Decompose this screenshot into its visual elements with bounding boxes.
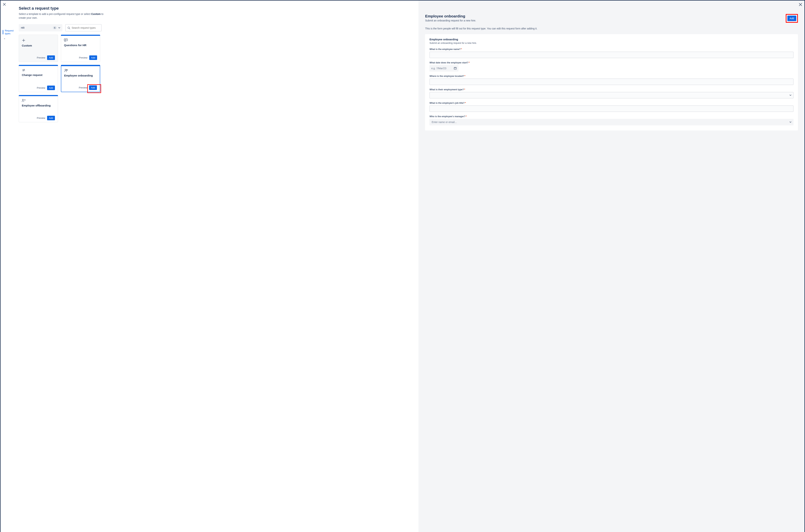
card-title: Change request — [22, 73, 55, 76]
category-count-badge: 5 — [53, 26, 57, 29]
side-tabs: Request types — [3, 29, 18, 41]
field-label-title: What is the employee's job title?* — [429, 102, 793, 104]
employment-type-select[interactable] — [429, 92, 793, 98]
subtitle-bold: Custom — [91, 13, 100, 16]
preview-button[interactable]: Preview — [37, 87, 45, 89]
preview-subtitle: Submit an onboarding request for a new h… — [425, 19, 476, 22]
add-button[interactable]: Add — [89, 55, 97, 60]
field-label-start: What date does the employee start?* — [429, 61, 793, 64]
preview-button[interactable]: Preview — [79, 86, 87, 89]
job-title-input[interactable] — [429, 106, 793, 112]
date-placeholder: e.g. 7/Mar/23 — [431, 67, 446, 70]
plus-icon — [22, 39, 55, 42]
tab-request-types[interactable]: Request types — [3, 29, 18, 35]
add-button[interactable]: Add — [47, 86, 55, 90]
card-employee-offboarding[interactable]: Employee offboarding Preview Add — [19, 95, 58, 122]
person-arrow-icon — [22, 99, 55, 102]
swap-icon — [22, 69, 55, 72]
tab-secondary[interactable] — [3, 35, 18, 41]
search-box[interactable] — [65, 24, 101, 32]
person-add-icon — [64, 69, 97, 72]
category-select[interactable]: HR 5 — [19, 24, 62, 32]
highlight-box-icon: Add — [786, 14, 798, 23]
form-subtitle: Submit an onboarding request for a new h… — [429, 42, 793, 44]
card-employee-onboarding[interactable]: Employee onboarding Preview Add — [61, 65, 100, 92]
svg-point-4 — [22, 99, 23, 100]
close-icon[interactable] — [3, 3, 6, 6]
tab-label: Request types — [5, 29, 18, 35]
chevron-down-icon — [789, 121, 791, 122]
page-title: Select a request type — [19, 6, 411, 11]
field-label-type: What is their employment type?* — [429, 88, 793, 91]
page-subtitle: Select a template to add a pre-configure… — [19, 12, 110, 20]
field-label-manager: Who is the employee's manager?* — [429, 115, 793, 118]
start-date-input[interactable]: e.g. 7/Mar/23 — [429, 65, 458, 72]
chevron-down-icon — [789, 95, 791, 96]
card-questions-hr[interactable]: Questions for HR Preview Add — [61, 35, 100, 62]
manager-select[interactable]: Enter name or email... — [429, 119, 793, 126]
preview-button[interactable]: Preview — [37, 56, 45, 59]
form-preview-card: Employee onboarding Submit an onboarding… — [425, 34, 798, 131]
add-button[interactable]: Add — [89, 86, 97, 90]
field-label-location: Where is the employee located?* — [429, 75, 793, 77]
search-input[interactable] — [72, 26, 99, 29]
svg-point-2 — [65, 69, 66, 70]
add-button[interactable]: Add — [47, 55, 55, 60]
preview-button[interactable]: Preview — [79, 56, 88, 59]
add-button[interactable]: Add — [47, 116, 55, 120]
field-label-name: What is the employee name?* — [429, 48, 793, 51]
svg-rect-1 — [64, 39, 68, 41]
tab-dot-icon — [4, 38, 5, 39]
svg-rect-5 — [454, 68, 456, 70]
tab-active-bar — [3, 30, 3, 34]
employee-location-input[interactable] — [429, 78, 793, 85]
card-title: Custom — [22, 44, 55, 47]
preview-description: This is the form people will fill out fo… — [425, 27, 798, 31]
card-title: Employee offboarding — [22, 104, 55, 107]
card-custom[interactable]: Custom Preview Add — [19, 35, 58, 62]
chat-icon — [64, 39, 97, 42]
calendar-icon — [454, 67, 457, 70]
preview-button[interactable]: Preview — [37, 117, 45, 119]
employee-name-input[interactable] — [429, 52, 793, 58]
card-title: Questions for HR — [64, 44, 97, 47]
add-request-type-button[interactable]: Add — [787, 16, 796, 21]
category-label: HR — [21, 26, 51, 29]
manager-placeholder: Enter name or email... — [432, 121, 457, 124]
preview-title: Employee onboarding — [425, 14, 476, 18]
search-icon — [68, 26, 70, 29]
close-icon[interactable] — [799, 3, 802, 6]
card-change-request[interactable]: Change request Preview Add — [19, 65, 58, 92]
subtitle-pre: Select a template to add a pre-configure… — [19, 13, 91, 16]
chevron-down-icon — [58, 27, 60, 28]
card-title: Employee onboarding — [64, 74, 97, 77]
form-title: Employee onboarding — [429, 38, 793, 41]
